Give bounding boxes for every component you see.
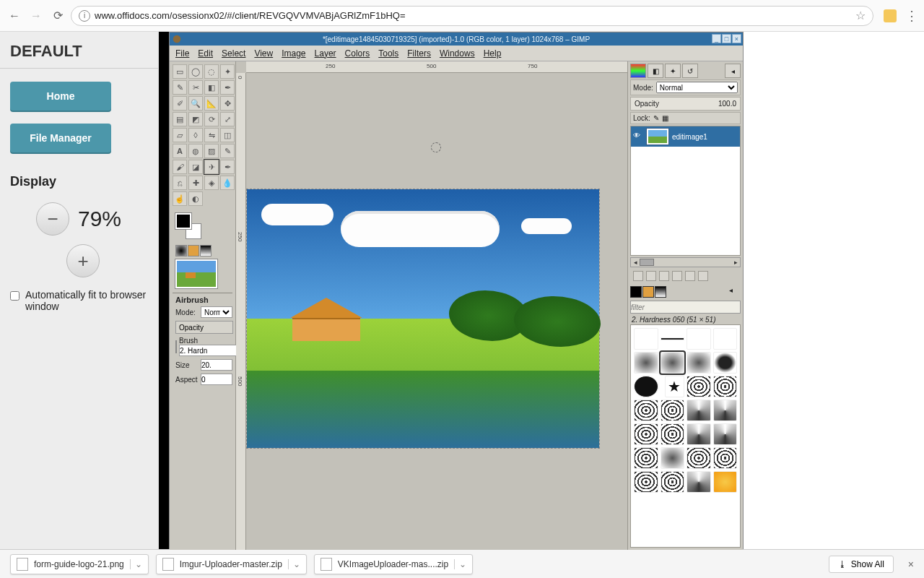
brush-item[interactable] [634,423,658,445]
brush-item[interactable] [687,471,711,493]
lock-alpha-icon[interactable]: ▦ [662,114,668,122]
tool-color-picker[interactable]: ✐ [173,96,187,111]
menu-file[interactable]: File [175,48,189,59]
zoom-out-button[interactable]: − [36,202,69,236]
tab-layers-icon[interactable] [630,64,646,78]
tool-ink[interactable]: ✒ [220,160,235,174]
tool-text[interactable]: A [173,144,187,158]
opacity-slider[interactable]: Opacity [175,321,233,334]
active-brush-pattern-gradient[interactable] [175,245,230,256]
tool-ellipse-select[interactable]: ◯ [188,64,203,79]
forward-button[interactable]: → [27,7,45,25]
brush-item[interactable] [687,423,711,445]
tool-perspective-clone[interactable]: ◈ [204,176,219,190]
tool-paintbrush[interactable]: 🖌 [173,160,187,174]
tool-measure[interactable]: 📐 [204,96,219,111]
tool-by-color[interactable]: ✎ [173,80,187,95]
tool-scissors[interactable]: ✂ [188,80,203,95]
lock-pixels-icon[interactable]: ✎ [653,114,659,122]
brush-item[interactable] [634,400,658,421]
brush-filter[interactable] [630,301,741,314]
tool-align[interactable]: ▤ [173,112,187,126]
tool-rect-select[interactable]: ▭ [173,64,187,79]
menu-select[interactable]: Select [222,48,245,59]
minimize-button[interactable]: _ [712,34,721,43]
brush-item[interactable] [687,352,711,374]
file-manager-button[interactable]: File Manager [10,124,111,152]
tool-flip[interactable]: ⇋ [204,128,219,142]
download-item[interactable]: form-guide-logo-21.png ⌄ [10,554,149,574]
tool-shear[interactable]: ▱ [173,128,187,142]
site-info-icon[interactable]: i [79,10,90,22]
brush-item[interactable] [713,471,738,493]
tool-move[interactable]: ✥ [220,96,235,111]
tool-crop[interactable]: ◩ [188,112,203,126]
brush-item[interactable] [687,400,711,421]
brush-item[interactable] [634,352,658,374]
menu-image[interactable]: Image [282,48,305,59]
canvas[interactable] [246,73,627,550]
fg-color[interactable] [175,213,191,229]
auto-fit-row[interactable]: Automatically fit to browser window [10,289,148,312]
mode-select[interactable]: Normal [201,306,232,318]
anchor-layer-icon[interactable] [685,271,695,281]
home-button[interactable]: Home [10,82,111,111]
brush-item[interactable] [687,376,711,397]
tool-clone[interactable]: ⎌ [173,176,187,190]
zoom-in-button[interactable]: + [66,244,100,277]
brush-item[interactable] [713,423,738,445]
menu-tools[interactable]: Tools [378,48,398,59]
brush-item[interactable] [634,376,658,397]
extension-icon[interactable] [884,9,897,22]
brush-item[interactable] [687,328,711,350]
aspect-input[interactable] [201,374,232,385]
download-item[interactable]: Imgur-Uploader-master.zip ⌄ [156,554,307,574]
auto-fit-checkbox[interactable] [10,291,19,301]
tool-heal[interactable]: ✚ [188,176,203,190]
tab-paths-icon[interactable]: ✦ [665,64,681,78]
menu-colors[interactable]: Colors [345,48,370,59]
show-all-downloads[interactable]: ⭳ Show All [829,556,894,573]
brush-item[interactable] [634,328,658,350]
layers-opacity[interactable]: Opacity 100.0 [630,97,741,111]
brush-item[interactable] [713,447,738,469]
brush-item[interactable] [661,423,685,445]
menu-filters[interactable]: Filters [407,48,431,59]
brush-item[interactable] [713,352,738,374]
menu-layer[interactable]: Layer [315,48,336,59]
tool-zoom[interactable]: 🔍 [188,96,203,111]
menu-view[interactable]: View [254,48,273,59]
tab-undo-icon[interactable]: ↺ [682,64,698,78]
brush-chip[interactable] [175,340,177,353]
brush-item[interactable] [634,447,658,469]
download-menu-icon[interactable]: ⌄ [130,559,142,569]
tool-cage[interactable]: ◫ [220,128,235,142]
brush-item[interactable] [713,376,738,397]
brush-item[interactable] [661,471,685,493]
layer-name[interactable]: editimage1 [672,133,707,141]
menu-edit[interactable]: Edit [198,48,213,59]
layer-row[interactable]: 👁 editimage1 [631,126,740,147]
brush-item[interactable] [687,447,711,469]
close-downloads-bar[interactable]: × [908,558,914,570]
tool-foreground[interactable]: ◧ [204,80,219,95]
back-button[interactable]: ← [6,7,23,25]
bookmark-icon[interactable]: ☆ [855,9,866,22]
size-input[interactable] [201,359,232,371]
download-menu-icon[interactable]: ⌄ [288,559,300,569]
layer-hscroll[interactable]: ◂▸ [630,257,741,267]
brush-item[interactable] [661,337,685,340]
tool-airbrush[interactable]: ✈ [204,160,219,174]
tab-gradients-icon[interactable] [655,286,666,298]
download-item[interactable]: VKImageUploader-mas....zip ⌄ [314,554,473,574]
layers-mode-select[interactable]: Normal [656,82,738,93]
address-bar[interactable]: i www.offidocs.com/osessionx02/#/client/… [71,6,873,26]
menu-windows[interactable]: Windows [440,48,475,59]
tab-brushes-icon[interactable] [630,286,642,298]
tool-scale[interactable]: ⤢ [220,112,235,126]
raise-layer-icon[interactable] [646,271,656,281]
tool-blur[interactable]: 💧 [220,176,235,190]
maximize-button[interactable]: □ [722,34,731,43]
brush-item[interactable] [713,400,738,421]
tab-patterns-icon[interactable] [642,286,654,298]
